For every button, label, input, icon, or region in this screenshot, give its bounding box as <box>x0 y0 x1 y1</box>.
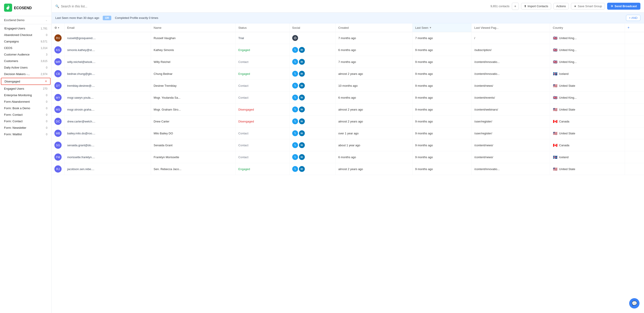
created-cell: 7 months ago <box>335 56 412 68</box>
sidebar-item-label: Enterprise Monitoring <box>4 94 32 97</box>
country-flag: 🇺🇸 <box>553 108 558 111</box>
actions-button[interactable]: Actions <box>554 3 569 10</box>
last-seen-cell: 9 months ago <box>412 128 471 139</box>
twitter-icon: 𝕏 <box>292 47 298 53</box>
sidebar-item-campaigns[interactable]: Campaigns 9,571 <box>0 38 52 45</box>
last-viewed-cell: /content/news/ <box>472 80 550 92</box>
sidebar-item-count: 0 <box>46 120 48 123</box>
filter-and-button[interactable]: + AND <box>626 15 640 21</box>
sidebar-item-decision-makers[interactable]: Decision Makers -... 2,974 <box>0 71 52 77</box>
sidebar-item-label: Form: Book a Demo <box>4 106 30 110</box>
status-cell: Engaged <box>236 68 289 80</box>
contacts-table-wrap: ⚙ ▾ Email Name Status Social Created Las… <box>52 23 644 313</box>
avatar: WR <box>54 58 62 66</box>
country-flag: 🇮🇸 <box>553 156 558 159</box>
avatar: CB <box>54 70 62 77</box>
sidebar-item-label: Engaged Users <box>4 87 24 90</box>
last-viewed-cell: /user/register/ <box>472 128 550 139</box>
sidebar-item-form-contact-1[interactable]: Form: Contact 0 <box>0 112 52 118</box>
filter-segment-2: Completed Profile exactly 0 times <box>115 16 158 20</box>
last-seen-cell: 9 months ago <box>412 104 471 116</box>
sidebar-item-count: 0 <box>46 66 48 69</box>
search-input[interactable] <box>61 4 128 8</box>
country-flag: 🇬🇧 <box>553 36 558 40</box>
sidebar-item-form-book-demo[interactable]: Form: Book a Demo 0 <box>0 105 52 112</box>
social-cell: 𝕏in <box>289 151 335 163</box>
save-smart-group-button[interactable]: ★ Save Smart Group <box>571 3 605 10</box>
sidebar-item-label: Customer Audience <box>4 53 30 56</box>
sidebar-item-form-newsletter[interactable]: Form: Newsletter 0 <box>0 124 52 131</box>
twitter-icon: 𝕏 <box>292 166 298 172</box>
sidebar-item-form-waitlist[interactable]: Form: Waitlist 0 <box>0 131 52 138</box>
sidebar-item-engaged-users-2[interactable]: Engaged Users 270 <box>0 86 52 92</box>
sidebar-item-customer-audience[interactable]: Customer Audience 3 <box>0 51 52 58</box>
linkedin-icon: in <box>299 130 305 136</box>
sidebar-item-abandoned-checkout[interactable]: Abandoned Checkout 0 <box>0 32 52 38</box>
th-add-column[interactable]: + <box>625 23 644 32</box>
country-cell: 🇬🇧 United King... <box>550 56 625 68</box>
send-broadcast-button[interactable]: ✈ Send Broadcast <box>607 3 640 10</box>
org-chevron-icon: ⌄ <box>46 19 48 22</box>
add-contact-button[interactable]: + <box>512 3 519 10</box>
filterbar: Last Seen more than 30 days ago OR Compl… <box>52 12 644 23</box>
status-cell: Contact <box>236 151 289 163</box>
sidebar-item-disengaged[interactable]: Disengaged × <box>1 78 50 85</box>
sidebar-org[interactable]: EcoSend Demo ⌄ <box>0 16 52 24</box>
table-row: MS msgr.strosin.graha.... Msgr. Graham S… <box>52 104 644 116</box>
country-cell: 🇨🇦 Canada <box>550 139 625 151</box>
sidebar-item-label: CEOS <box>4 46 12 50</box>
name-cell: Russell Vaughan <box>151 32 236 44</box>
avatar: RJ <box>54 166 62 172</box>
sidebar-item-engaged-users[interactable]: !Engaged-Users 1,781 <box>0 25 52 32</box>
th-created: Created <box>335 23 412 32</box>
th-settings[interactable]: ⚙ ▾ <box>52 23 64 32</box>
table-row: DT tremblay.desiree@.... Desiree Trembla… <box>52 80 644 92</box>
avatar-cell: SG <box>52 139 64 151</box>
row-plus-cell <box>625 80 644 92</box>
last-seen-cell: 9 months ago <box>412 116 471 128</box>
last-viewed-cell: /content/news/ <box>472 151 550 163</box>
country-cell: 🇬🇧 United King... <box>550 44 625 56</box>
last-seen-cell: 9 months ago <box>412 80 471 92</box>
status-cell: Trial <box>236 32 289 44</box>
country-cell: 🇺🇸 United State <box>550 163 625 175</box>
country-flag: 🇬🇧 <box>553 96 558 99</box>
social-cell: ⏻ <box>289 32 335 44</box>
twitter-icon: 𝕏 <box>292 130 298 136</box>
country-flag: 🇨🇦 <box>553 144 558 147</box>
th-last-seen[interactable]: Last Seen ▼ <box>412 23 471 32</box>
last-viewed-cell: /content/innovatio... <box>472 163 550 175</box>
avatar-cell: WR <box>52 56 64 68</box>
avatar: MS <box>54 106 62 113</box>
sidebar-item-customers[interactable]: Customers 3,615 <box>0 58 52 64</box>
linkedin-icon: in <box>299 47 305 53</box>
linkedin-icon: in <box>299 166 305 172</box>
row-plus-cell <box>625 104 644 116</box>
country-flag: 🇺🇸 <box>553 168 558 171</box>
avatar: SG <box>54 142 62 149</box>
sidebar-item-ceos[interactable]: CEOS 1,014 <box>0 45 52 51</box>
sidebar-item-count: 270 <box>43 87 48 90</box>
country-flag: 🇺🇸 <box>553 84 558 88</box>
row-plus-cell <box>625 128 644 139</box>
chat-bubble-button[interactable]: 💬 <box>629 298 640 308</box>
status-cell: Engaged <box>236 44 289 56</box>
name-cell: Msgr. Graham Stro... <box>151 104 236 116</box>
sidebar-item-daily-active-users[interactable]: Daily Active Users 0 <box>0 64 52 71</box>
created-cell: almost 2 years ago <box>335 104 412 116</box>
last-seen-cell: 9 months ago <box>412 151 471 163</box>
sidebar-item-label: Campaigns <box>4 40 19 43</box>
org-name: EcoSend Demo <box>4 18 24 22</box>
sidebar-item-label: !Engaged-Users <box>4 27 25 30</box>
sidebar-item-enterprise-monitoring[interactable]: Enterprise Monitoring 0 <box>0 92 52 98</box>
import-contacts-button[interactable]: ⬆ Import Contacts <box>521 3 551 10</box>
sidebar-item-form-contact-2[interactable]: Form: Contact 0 <box>0 118 52 124</box>
created-cell: almost 2 years ago <box>335 116 412 128</box>
status-cell: Disengaged <box>236 116 289 128</box>
sidebar-item-count: 0 <box>46 100 48 103</box>
sidebar-item-form-abandonment[interactable]: Form Abandonment 0 <box>0 98 52 105</box>
avatar-cell: DC <box>52 116 64 128</box>
country-name: United King... <box>559 60 576 64</box>
avatar-cell: CB <box>52 68 64 80</box>
last-seen-cell: 9 months ago <box>412 163 471 175</box>
